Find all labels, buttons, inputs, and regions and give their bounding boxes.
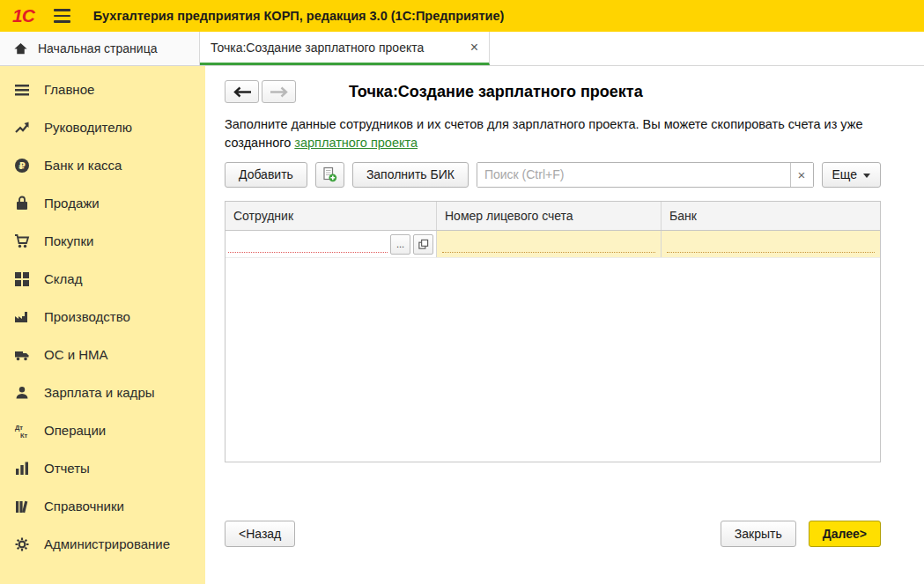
- sidebar-item-label: Отчеты: [44, 461, 90, 476]
- books-icon: [13, 498, 31, 515]
- choose-button[interactable]: ...: [390, 234, 410, 255]
- bank-cell[interactable]: [662, 231, 880, 257]
- sidebar-item-rukovoditelyu[interactable]: Руководителю: [0, 108, 205, 146]
- window-title: Бухгалтерия предприятия КОРП, редакция 3…: [93, 9, 505, 23]
- main-menu-icon[interactable]: [54, 9, 70, 23]
- sidebar-item-operacii[interactable]: ДтКт Операции: [0, 411, 205, 449]
- sidebar-item-label: Зарплата и кадры: [44, 385, 155, 400]
- tab-salary-project[interactable]: Точка:Создание зарплатного проекта ×: [200, 32, 490, 65]
- main-menu-icon: [13, 81, 31, 99]
- toolbar: Добавить Заполнить БИК × Еще: [225, 161, 881, 188]
- account-number-input[interactable]: [442, 236, 655, 253]
- app-window: 1С Бухгалтерия предприятия КОРП, редакци…: [0, 0, 924, 584]
- tab-home[interactable]: Начальная страница: [0, 32, 200, 65]
- shopping-cart-icon: [13, 233, 31, 250]
- tab-salary-project-label: Точка:Создание зарплатного проекта: [211, 41, 424, 55]
- back-button[interactable]: <Назад: [225, 521, 295, 547]
- home-icon: [11, 40, 29, 57]
- sidebar-item-glavnoe[interactable]: Главное: [0, 70, 205, 108]
- bar-report-icon: [13, 460, 31, 477]
- column-header-account-number[interactable]: Номер лицевого счета: [437, 202, 662, 230]
- history-forward-button[interactable]: [262, 80, 296, 103]
- add-document-button[interactable]: [315, 162, 344, 188]
- sidebar: Главное Руководителю ₽ Банк и касса Прод…: [0, 66, 205, 584]
- factory-icon: [13, 308, 31, 326]
- page-title: Точка:Создание зарплатного проекта: [349, 83, 643, 101]
- person-icon: [13, 384, 31, 402]
- sales-bag-icon: [13, 195, 31, 212]
- warehouse-grid-icon: [13, 270, 31, 288]
- salary-project-link[interactable]: зарплатного проекта: [294, 136, 418, 150]
- sidebar-item-pokupki[interactable]: Покупки: [0, 222, 205, 260]
- svg-text:₽: ₽: [18, 160, 26, 172]
- sidebar-item-otchety[interactable]: Отчеты: [0, 449, 205, 487]
- trend-chart-icon: [13, 119, 31, 137]
- sidebar-item-label: Покупки: [44, 233, 93, 248]
- 1c-logo: 1С: [12, 5, 34, 26]
- more-button-label: Еще: [832, 167, 858, 181]
- search-clear-button[interactable]: ×: [790, 163, 813, 187]
- ruble-coin-icon: ₽: [13, 157, 31, 174]
- column-header-bank[interactable]: Банк: [662, 202, 880, 230]
- gear-icon: [13, 536, 31, 553]
- more-button[interactable]: Еще: [822, 162, 882, 188]
- sidebar-item-proizvodstvo[interactable]: Производство: [0, 298, 205, 336]
- sidebar-item-prodazhi[interactable]: Продажи: [0, 184, 205, 222]
- titlebar: 1С Бухгалтерия предприятия КОРП, редакци…: [0, 0, 924, 32]
- sidebar-item-label: Производство: [44, 309, 130, 324]
- sidebar-item-label: Главное: [44, 82, 94, 97]
- sidebar-item-label: Склад: [44, 271, 82, 286]
- next-button[interactable]: Далее>: [809, 521, 881, 547]
- fill-bik-button[interactable]: Заполнить БИК: [352, 162, 469, 188]
- sidebar-item-sklad[interactable]: Склад: [0, 260, 205, 298]
- tab-close-icon[interactable]: ×: [470, 41, 478, 55]
- column-header-employee[interactable]: Сотрудник: [225, 202, 437, 230]
- employee-cell[interactable]: ...: [225, 231, 437, 257]
- close-button[interactable]: Закрыть: [721, 521, 796, 547]
- history-back-button[interactable]: [225, 80, 259, 103]
- sidebar-item-label: Справочники: [44, 499, 124, 514]
- sidebar-item-zarplata-i-kadry[interactable]: Зарплата и кадры: [0, 373, 205, 411]
- table-row: ...: [225, 231, 880, 258]
- sidebar-item-label: Операции: [44, 423, 106, 438]
- chevron-down-icon: [863, 174, 870, 178]
- account-number-cell[interactable]: [437, 231, 662, 257]
- table-empty-area: [225, 258, 880, 462]
- svg-text:Кт: Кт: [20, 431, 28, 439]
- bank-input[interactable]: [667, 236, 875, 253]
- sidebar-item-label: Банк и касса: [44, 158, 122, 173]
- employee-input[interactable]: [228, 236, 388, 253]
- tab-bar: Начальная страница Точка:Создание зарпла…: [0, 32, 924, 66]
- wizard-footer: <Назад Закрыть Далее>: [225, 521, 881, 547]
- search-input[interactable]: [477, 163, 790, 187]
- table-header: Сотрудник Номер лицевого счета Банк: [225, 202, 880, 231]
- sidebar-item-label: Продажи: [44, 196, 100, 211]
- open-button[interactable]: [413, 234, 433, 255]
- description-text: Заполните данные сотрудников и их счетов…: [225, 115, 898, 152]
- sidebar-item-label: Руководителю: [44, 120, 132, 135]
- sidebar-item-label: ОС и НМА: [44, 347, 108, 362]
- add-button[interactable]: Добавить: [225, 162, 307, 188]
- sidebar-item-bank-i-kassa[interactable]: ₽ Банк и касса: [0, 146, 205, 184]
- truck-icon: [13, 346, 31, 364]
- navigation-row: Точка:Создание зарплатного проекта: [225, 78, 924, 105]
- sidebar-item-spravochniki[interactable]: Справочники: [0, 487, 205, 525]
- debit-credit-icon: ДтКт: [13, 422, 31, 440]
- tab-home-label: Начальная страница: [38, 41, 157, 55]
- search-box: ×: [477, 162, 814, 188]
- employees-table: Сотрудник Номер лицевого счета Банк ...: [225, 201, 881, 462]
- sidebar-item-label: Администрирование: [44, 536, 170, 551]
- sidebar-item-administrirovanie[interactable]: Администрирование: [0, 525, 205, 563]
- main-content: Точка:Создание зарплатного проекта Запол…: [205, 66, 924, 584]
- sidebar-item-os-i-nma[interactable]: ОС и НМА: [0, 336, 205, 373]
